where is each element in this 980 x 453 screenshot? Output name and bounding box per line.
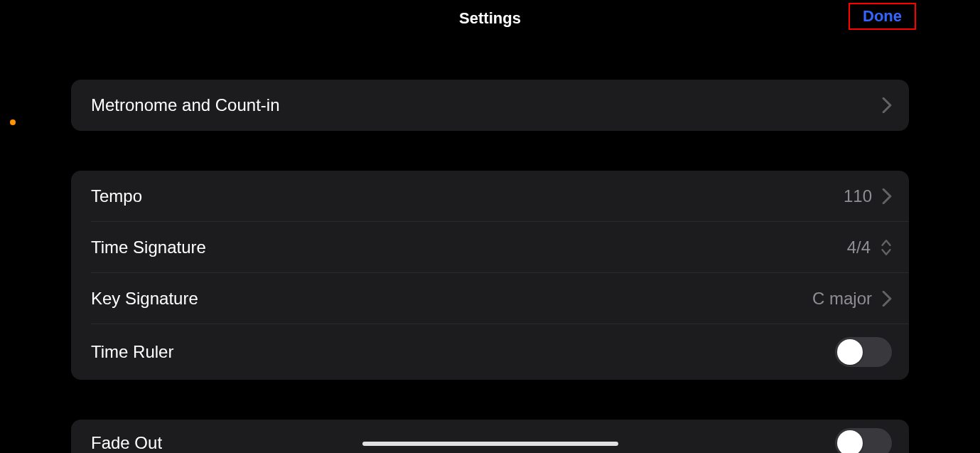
- group-fade: Fade Out: [71, 420, 909, 453]
- toggle-knob: [837, 339, 863, 365]
- home-indicator[interactable]: [362, 442, 618, 446]
- time-ruler-label: Time Ruler: [91, 342, 173, 362]
- fade-out-label: Fade Out: [91, 433, 162, 453]
- time-ruler-toggle[interactable]: [835, 337, 892, 367]
- group-song-settings: Tempo 110 Time Signature 4/4: [71, 171, 909, 380]
- done-button[interactable]: Done: [849, 3, 916, 30]
- recording-indicator-dot: [10, 119, 16, 125]
- time-signature-label: Time Signature: [91, 238, 206, 257]
- chevron-right-icon: [882, 291, 892, 307]
- metronome-label: Metronome and Count-in: [91, 95, 279, 115]
- header: Settings Done: [0, 0, 980, 37]
- time-signature-value: 4/4: [847, 238, 871, 257]
- row-time-signature[interactable]: Time Signature 4/4: [71, 222, 909, 273]
- settings-content: Metronome and Count-in Tempo 110 Time Si…: [0, 37, 980, 453]
- key-signature-label: Key Signature: [91, 289, 198, 309]
- stepper-updown-icon: [881, 239, 892, 256]
- fade-out-toggle[interactable]: [835, 428, 892, 453]
- key-signature-value: C major: [812, 289, 872, 309]
- group-metronome: Metronome and Count-in: [71, 80, 909, 131]
- row-key-signature[interactable]: Key Signature C major: [71, 273, 909, 324]
- row-metronome-countin[interactable]: Metronome and Count-in: [71, 80, 909, 131]
- row-time-ruler: Time Ruler: [71, 324, 909, 380]
- chevron-right-icon: [882, 97, 892, 113]
- tempo-value: 110: [844, 186, 872, 206]
- row-tempo[interactable]: Tempo 110: [71, 171, 909, 222]
- row-fade-out: Fade Out: [71, 420, 909, 453]
- chevron-right-icon: [882, 188, 892, 204]
- page-title: Settings: [459, 9, 521, 28]
- tempo-label: Tempo: [91, 186, 142, 206]
- toggle-knob: [837, 430, 863, 453]
